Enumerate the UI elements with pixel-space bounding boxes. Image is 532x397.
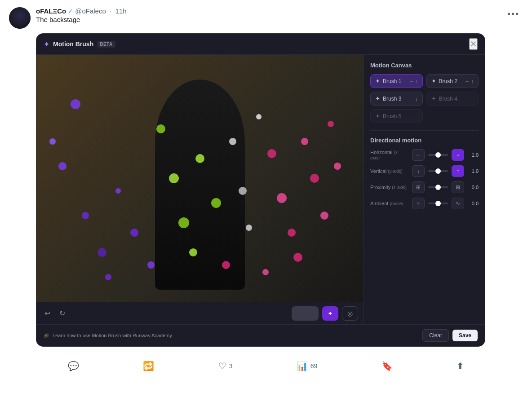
app-content: ↩ ↻ ✦ ◎ Motion Canvas ✦ Brush 1 → ↑ xyxy=(36,55,485,324)
motion-left-btn-2[interactable]: ⊞ xyxy=(412,181,425,193)
retweet-icon: 🔁 xyxy=(143,361,154,371)
motion-dot xyxy=(147,261,155,269)
motion-right-btn-3[interactable]: ∿ xyxy=(452,198,464,209)
right-panel: Motion Canvas ✦ Brush 1 → ↑ ✦ Brush 2 ← … xyxy=(364,55,485,324)
brush-2-icon: ✦ xyxy=(431,78,436,84)
bookmark-icon: 🔖 xyxy=(381,361,393,371)
motion-dot xyxy=(256,114,262,119)
canvas-image[interactable] xyxy=(36,55,364,302)
motion-slider-0[interactable] xyxy=(428,154,448,156)
app-header-left: ✦ Motion Brush BETA xyxy=(44,40,469,49)
motion-dot xyxy=(301,138,308,145)
motion-value-0: 1.0 xyxy=(468,152,479,158)
motion-right-btn-2[interactable]: ⊞ xyxy=(452,181,464,193)
beta-badge: BETA xyxy=(97,41,115,48)
like-button[interactable]: ♡ 3 xyxy=(218,361,233,371)
motion-left-btn-3[interactable]: ≈ xyxy=(412,198,425,209)
motion-slider-thumb-0 xyxy=(435,152,441,158)
motion-canvas-title: Motion Canvas xyxy=(370,62,479,69)
motion-dot xyxy=(115,188,121,194)
motion-row-2: Proximity (z-axis) ⊞ ⊞ 0.0 xyxy=(370,181,479,193)
brush-active-button[interactable]: ✦ xyxy=(322,306,338,321)
bookmark-button[interactable]: 🔖 xyxy=(381,361,393,371)
motion-dot xyxy=(98,248,106,257)
brush-3-arrow: ↓ xyxy=(415,96,418,101)
motion-row-3: Ambient (noise) ≈ ∿ 0.0 xyxy=(370,198,479,209)
brush-5-icon: ✦ xyxy=(375,113,380,119)
motion-slider-thumb-3 xyxy=(435,201,441,206)
slider-button[interactable] xyxy=(292,306,319,321)
analytics-button[interactable]: 📊 69 xyxy=(297,361,318,371)
brush-1-icon: ✦ xyxy=(375,78,380,84)
motion-dot xyxy=(246,225,252,231)
motion-label-1: Vertical (y-axis) xyxy=(370,168,408,174)
motion-dot xyxy=(58,162,66,170)
brush-grid: ✦ Brush 1 → ↑ ✦ Brush 2 ← ↑ ✦ Brush 3 ↓ xyxy=(370,74,479,123)
learn-text: Learn how to use Motion Brush with Runwa… xyxy=(53,333,172,338)
motion-dot xyxy=(310,174,319,183)
avatar xyxy=(9,7,31,29)
avatar-image xyxy=(9,7,31,29)
search-canvas-button[interactable]: ◎ xyxy=(342,306,358,321)
brush-4-label: Brush 4 xyxy=(439,96,457,102)
brush-4-button: ✦ Brush 4 xyxy=(426,92,479,106)
motion-dot xyxy=(334,163,341,170)
brush-5-button: ✦ Brush 5 xyxy=(370,109,423,123)
brush-3-icon: ✦ xyxy=(375,95,380,102)
canvas-area: ↩ ↻ ✦ ◎ xyxy=(36,55,364,324)
like-count: 3 xyxy=(229,362,233,370)
app-card-wrapper: ✦ Motion Brush BETA ✕ xyxy=(0,33,532,351)
brush-1-label: Brush 1 xyxy=(383,78,401,84)
brush-1-button[interactable]: ✦ Brush 1 → ↑ xyxy=(370,74,423,88)
footer-learn: 🎓 Learn how to use Motion Brush with Run… xyxy=(44,333,419,339)
motion-dot xyxy=(105,274,111,280)
canvas-background xyxy=(36,55,364,302)
motion-value-1: 1.0 xyxy=(468,168,479,174)
brush-2-button[interactable]: ✦ Brush 2 ← ↑ xyxy=(426,74,479,88)
close-button[interactable]: ✕ xyxy=(469,38,478,50)
share-button[interactable]: ⬆ xyxy=(457,361,464,371)
more-menu-button[interactable]: ••• xyxy=(504,7,523,21)
brush-5-label: Brush 5 xyxy=(383,113,401,119)
motion-right-btn-0[interactable]: → xyxy=(452,149,464,161)
motion-label-3: Ambient (noise) xyxy=(370,201,408,206)
undo-button[interactable]: ↩ xyxy=(42,307,53,319)
motion-slider-3[interactable] xyxy=(428,203,448,204)
motion-label-2: Proximity (z-axis) xyxy=(370,185,408,190)
redo-button[interactable]: ↻ xyxy=(57,307,68,319)
analytics-icon: 📊 xyxy=(297,361,308,371)
motion-left-btn-1[interactable]: ↓ xyxy=(412,165,425,177)
subject-figure xyxy=(155,79,245,290)
motion-dot xyxy=(130,229,138,237)
motion-value-2: 0.0 xyxy=(468,185,479,190)
motion-dot xyxy=(71,99,80,109)
motion-dot xyxy=(288,229,296,237)
motion-dot xyxy=(328,121,334,127)
motion-slider-2[interactable] xyxy=(428,186,448,188)
brush-2-label: Brush 2 xyxy=(439,78,457,84)
retweet-button[interactable]: 🔁 xyxy=(143,361,154,371)
reply-button[interactable]: 💬 xyxy=(68,361,79,371)
motion-dot xyxy=(82,212,89,219)
motion-value-3: 0.0 xyxy=(468,201,479,206)
motion-slider-1[interactable] xyxy=(428,170,448,172)
brush-4-icon: ✦ xyxy=(431,95,436,102)
motion-label-0: Horizontal (x-axis) xyxy=(370,150,408,160)
brush-3-button[interactable]: ✦ Brush 3 ↓ xyxy=(370,92,423,106)
motion-dot xyxy=(293,253,302,262)
reply-icon: 💬 xyxy=(68,361,79,371)
save-button[interactable]: Save xyxy=(452,330,478,341)
analytics-count: 69 xyxy=(310,362,318,370)
tweet-name-row: oFALΞCo ✓ @oFaleco · 11h xyxy=(36,7,498,15)
motion-dot xyxy=(49,138,56,145)
motion-left-btn-0[interactable]: ← xyxy=(412,149,425,161)
clear-button[interactable]: Clear xyxy=(422,329,449,342)
display-name: oFALΞCo xyxy=(36,7,66,15)
motion-right-btn-1[interactable]: ↑ xyxy=(452,165,464,177)
tweet-actions: 💬 🔁 ♡ 3 📊 69 🔖 ⬆ xyxy=(0,355,532,377)
motion-row-1: Vertical (y-axis) ↓ ↑ 1.0 xyxy=(370,165,479,177)
verified-icon: ✓ xyxy=(68,8,73,15)
tweet-header: oFALΞCo ✓ @oFaleco · 11h The backstage •… xyxy=(0,0,532,33)
motion-slider-thumb-2 xyxy=(435,185,441,190)
motion-rows: Horizontal (x-axis) ← → 1.0 Vertical (y-… xyxy=(370,149,479,209)
